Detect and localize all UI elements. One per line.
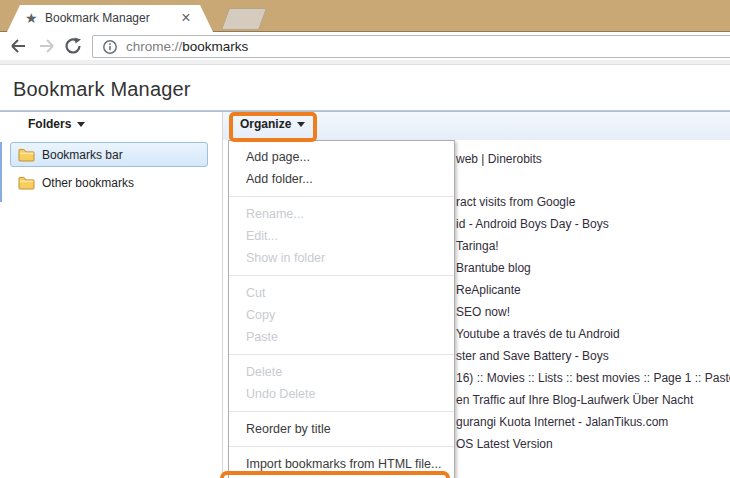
folders-dropdown[interactable]: Folders <box>28 117 85 131</box>
bookmark-item[interactable]: Taringa! <box>456 237 499 255</box>
organize-dropdown-label: Organize <box>240 117 291 131</box>
bookmark-item[interactable]: gurangi Kuota Internet - JalanTikus.com <box>456 413 668 431</box>
browser-window: ★ Bookmark Manager × <box>0 0 730 478</box>
organize-dropdown[interactable]: Organize <box>240 117 305 131</box>
bookmark-item[interactable]: Youtube a través de tu Android <box>456 325 620 343</box>
menu-item-label: Reorder by title <box>246 422 331 436</box>
menu-item-import-bookmarks[interactable]: Import bookmarks from HTML file... <box>229 453 454 475</box>
menu-item-label: Delete <box>246 365 282 379</box>
tab-strip: ★ Bookmark Manager × <box>0 0 730 32</box>
menu-item-label: Undo Delete <box>246 387 316 401</box>
menu-item-delete[interactable]: Delete <box>229 361 454 383</box>
menu-item-label: Show in folder <box>246 251 325 265</box>
menu-item-label: Add page... <box>246 150 310 164</box>
folders-focus-edge <box>0 142 2 202</box>
bookmark-item[interactable]: SEO now! <box>456 303 510 321</box>
menu-item-undo-delete[interactable]: Undo Delete <box>229 383 454 405</box>
menu-item-edit[interactable]: Edit... <box>229 225 454 247</box>
bookmark-item[interactable]: ract visits from Google <box>456 193 575 211</box>
menu-separator <box>229 354 454 355</box>
menu-item-label: Rename... <box>246 207 304 221</box>
menu-item-cut[interactable]: Cut <box>229 282 454 304</box>
close-icon[interactable]: × <box>177 9 195 27</box>
toolbar-bottom-strip <box>0 60 730 65</box>
bookmark-item[interactable]: web | Dinerobits <box>456 150 542 168</box>
bookmark-item[interactable]: 16) :: Movies :: Lists :: best movies ::… <box>456 369 730 387</box>
bookmark-item[interactable]: ster and Save Battery - Boys <box>456 347 609 365</box>
url-text: chrome://bookmarks <box>126 39 248 54</box>
bookmark-item[interactable]: ReAplicante <box>456 281 521 299</box>
folder-icon <box>18 148 35 162</box>
menu-item-label: Edit... <box>246 229 278 243</box>
menu-item-add-folder[interactable]: Add folder... <box>229 168 454 190</box>
folder-item-other-bookmarks[interactable]: Other bookmarks <box>10 170 208 195</box>
menu-item-label: Import bookmarks from HTML file... <box>246 457 441 471</box>
forward-arrow-icon <box>38 37 56 55</box>
organize-menu: Add page... Add folder... Rename... Edit… <box>228 140 455 478</box>
folder-item-bookmarks-bar[interactable]: Bookmarks bar <box>10 142 208 167</box>
chevron-down-icon <box>77 122 85 127</box>
menu-item-label: Cut <box>246 286 265 300</box>
chevron-down-icon <box>297 122 305 127</box>
forward-button[interactable] <box>38 37 56 55</box>
folder-icon <box>18 176 35 190</box>
refresh-icon <box>64 37 82 55</box>
back-button[interactable] <box>9 37 27 55</box>
toolbar: chrome://bookmarks <box>0 32 730 60</box>
folder-label: Other bookmarks <box>42 176 134 190</box>
star-icon: ★ <box>25 10 38 26</box>
menu-item-label: Add folder... <box>246 172 313 186</box>
menu-item-add-page[interactable]: Add page... <box>229 146 454 168</box>
url-scheme: chrome:// <box>126 39 182 54</box>
info-icon[interactable] <box>102 39 118 55</box>
folder-label: Bookmarks bar <box>42 148 123 162</box>
bookmark-item[interactable]: id - Android Boys Day - Boys <box>456 215 609 233</box>
browser-tab[interactable]: ★ Bookmark Manager × <box>7 5 213 32</box>
menu-separator <box>229 446 454 447</box>
menu-item-show-in-folder[interactable]: Show in folder <box>229 247 454 269</box>
bookmark-item[interactable]: Brantube blog <box>456 259 531 277</box>
address-bar[interactable]: chrome://bookmarks <box>92 35 730 58</box>
menu-separator <box>229 411 454 412</box>
menu-item-rename[interactable]: Rename... <box>229 203 454 225</box>
refresh-button[interactable] <box>64 37 82 55</box>
pane-divider <box>222 112 223 478</box>
folders-dropdown-label: Folders <box>28 117 71 131</box>
bookmark-item[interactable]: en Traffic auf Ihre Blog-Laufwerk Über N… <box>456 391 693 409</box>
bookmark-item[interactable]: OS Latest Version <box>456 435 553 453</box>
menu-separator <box>229 275 454 276</box>
menu-item-label: Paste <box>246 330 278 344</box>
menu-item-paste[interactable]: Paste <box>229 326 454 348</box>
menu-separator <box>229 196 454 197</box>
menu-item-reorder-by-title[interactable]: Reorder by title <box>229 418 454 440</box>
menu-item-label: Copy <box>246 308 275 322</box>
page-title: Bookmark Manager <box>13 78 191 101</box>
back-arrow-icon <box>9 37 27 55</box>
new-tab-button[interactable] <box>221 8 267 30</box>
tab-title: Bookmark Manager <box>45 11 150 25</box>
menu-item-copy[interactable]: Copy <box>229 304 454 326</box>
url-host: bookmarks <box>182 39 248 54</box>
